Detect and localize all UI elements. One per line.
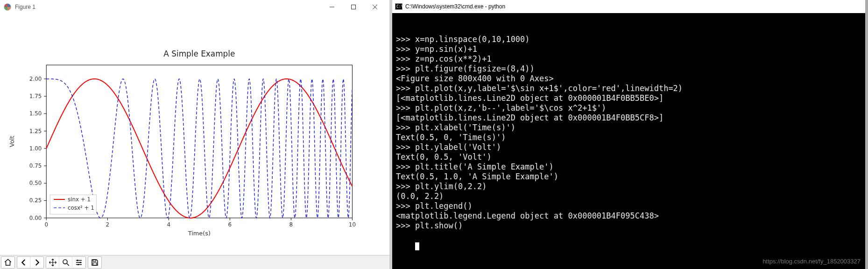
back-icon[interactable] <box>17 257 30 268</box>
svg-rect-25 <box>93 260 96 262</box>
y-tick-label: 0.25 <box>29 197 42 204</box>
y-tick-label: 2.00 <box>29 76 42 82</box>
x-tick-label: 10 <box>349 221 356 228</box>
y-tick-label: 0.00 <box>29 215 42 221</box>
minimize-button[interactable] <box>321 0 343 14</box>
y-tick-label: 1.00 <box>29 145 42 152</box>
y-tick-label: 1.50 <box>29 110 42 117</box>
x-axis-label: Time(s) <box>188 230 211 237</box>
x-tick-label: 8 <box>289 221 293 228</box>
cmd-titlebar: C:\ C:\Windows\system32\cmd.exe - python <box>392 0 865 13</box>
x-tick-label: 6 <box>228 221 232 228</box>
figure-title-text: Figure 1 <box>15 4 321 10</box>
cmd-title-text: C:\Windows\system32\cmd.exe - python <box>405 3 505 10</box>
save-icon[interactable] <box>88 257 101 268</box>
maximize-button[interactable] <box>343 0 364 14</box>
svg-point-20 <box>63 260 67 264</box>
x-tick-label: 4 <box>167 221 171 228</box>
home-icon[interactable] <box>1 257 14 268</box>
configure-icon[interactable] <box>72 257 85 268</box>
figure-window: Figure 1 A Simple ExampleTime(s)Volt0246… <box>0 0 392 269</box>
x-tick-label: 0 <box>44 221 48 228</box>
cmd-window: C:\ C:\Windows\system32\cmd.exe - python… <box>392 0 865 269</box>
close-button[interactable] <box>364 0 386 14</box>
svg-rect-26 <box>93 262 97 265</box>
svg-rect-2 <box>352 5 356 9</box>
y-tick-label: 1.25 <box>29 128 42 134</box>
y-axis-label: Volt <box>8 136 15 147</box>
legend-label: sinx + 1 <box>68 196 91 203</box>
matplotlib-icon <box>4 3 11 11</box>
svg-line-21 <box>67 263 69 266</box>
svg-point-24 <box>78 264 79 265</box>
zoom-icon[interactable] <box>59 257 72 268</box>
x-tick-label: 2 <box>106 221 110 228</box>
cmd-icon: C:\ <box>395 3 402 10</box>
chart-title: A Simple Example <box>163 49 235 58</box>
y-tick-label: 0.50 <box>29 180 42 186</box>
y-tick-label: 0.75 <box>29 163 42 169</box>
window-controls <box>321 0 386 14</box>
forward-icon[interactable] <box>30 257 43 268</box>
pan-icon[interactable] <box>46 257 59 268</box>
y-tick-label: 1.75 <box>29 93 42 99</box>
watermark-text: https://blog.csdn.net/fy_1852003327 <box>762 256 861 266</box>
figure-titlebar: Figure 1 <box>0 0 389 14</box>
matplotlib-toolbar <box>0 255 389 269</box>
cmd-cursor <box>415 242 419 250</box>
plot-canvas[interactable]: A Simple ExampleTime(s)Volt02468100.000.… <box>0 14 389 255</box>
legend-label: cosx² + 1 <box>68 205 94 211</box>
svg-point-22 <box>77 260 78 261</box>
svg-point-23 <box>80 262 81 263</box>
cmd-output[interactable]: >>> x=np.linspace(0,10,1000) >>> y=np.si… <box>392 13 865 269</box>
